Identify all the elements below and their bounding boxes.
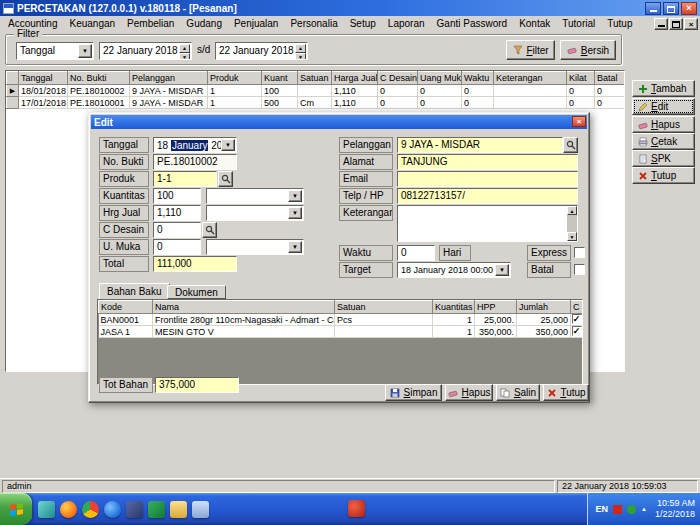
menu-kontak[interactable]: Kontak <box>513 17 556 30</box>
mdi-minimize-button[interactable] <box>654 18 668 30</box>
start-button[interactable] <box>0 493 32 525</box>
spk-button[interactable]: SPK <box>632 150 695 167</box>
internet-explorer-icon[interactable] <box>104 501 121 518</box>
clear-button[interactable]: Bersih <box>560 40 616 60</box>
cell: 25,000. <box>475 314 517 326</box>
chevron-down-icon[interactable]: ▼ <box>221 139 235 151</box>
minimize-icon <box>658 25 665 27</box>
spin-down-icon[interactable]: ▼ <box>295 53 306 60</box>
app-window: PERCETAKAN (127.0.0.1) v.180118 - [Pesan… <box>0 0 700 525</box>
date-to-spinner[interactable]: ▲ ▼ <box>295 44 306 58</box>
language-indicator[interactable]: EN <box>595 504 608 514</box>
tray-chevron-icon[interactable]: ▲ <box>641 506 647 512</box>
notepad-icon[interactable] <box>192 501 209 518</box>
tab-dokumen[interactable]: Dokumen <box>167 285 226 299</box>
keterangan-input[interactable]: ▲ ▼ <box>397 205 578 242</box>
filter-button[interactable]: Filter <box>506 40 555 60</box>
tambah-button[interactable]: Tambah <box>632 80 695 97</box>
hrg-jual-unit-select[interactable]: ▼ <box>206 205 304 221</box>
table-row[interactable]: 17/01/2018 PE.18010001 9 JAYA - MISDAR 1… <box>7 97 625 109</box>
menu-laporan[interactable]: Laporan <box>382 17 431 30</box>
u-muka-unit-select[interactable]: ▼ <box>206 239 304 255</box>
window-title: PERCETAKAN (127.0.0.1) v.180118 - [Pesan… <box>17 3 642 14</box>
date-from-spinner[interactable]: ▲ ▼ <box>179 44 190 58</box>
chevron-down-icon[interactable]: ▼ <box>288 207 302 219</box>
chevron-down-icon[interactable]: ▼ <box>288 190 302 202</box>
firefox-icon[interactable] <box>60 501 77 518</box>
menu-keuangan[interactable]: Keuangan <box>63 17 121 30</box>
tutup-button[interactable]: Tutup <box>632 167 695 184</box>
show-desktop-icon[interactable] <box>38 501 55 518</box>
c-desain-field[interactable]: 0 <box>153 222 201 238</box>
tray-icon[interactable] <box>627 505 636 514</box>
kuantitas-field[interactable]: 100 <box>153 188 201 204</box>
dialog-tutup-button[interactable]: Tutup <box>543 384 589 401</box>
no-bukti-field[interactable]: PE.18010002 <box>153 154 237 170</box>
spin-up-icon[interactable]: ▲ <box>295 44 306 53</box>
c-desain-lookup-button[interactable] <box>202 222 217 238</box>
column-header: HPP <box>475 301 517 314</box>
cell <box>494 97 567 109</box>
chrome-icon[interactable] <box>82 501 99 518</box>
tray-icon[interactable] <box>613 505 622 514</box>
menu-gudang[interactable]: Gudang <box>180 17 228 30</box>
u-muka-field[interactable]: 0 <box>153 239 201 255</box>
menu-pembelian[interactable]: Pembelian <box>121 17 180 30</box>
dialog-close-button[interactable]: × <box>572 116 586 127</box>
menu-tutorial[interactable]: Tutorial <box>556 17 601 30</box>
spin-up-icon[interactable]: ▲ <box>179 44 190 53</box>
simpan-button[interactable]: Simpan <box>385 384 442 401</box>
media-player-icon[interactable] <box>126 501 143 518</box>
chevron-down-icon[interactable]: ▼ <box>495 264 509 276</box>
mdi-restore-button[interactable] <box>669 18 683 30</box>
maximize-button[interactable] <box>663 2 679 15</box>
menu-personalia[interactable]: Personalia <box>284 17 343 30</box>
menu-setup[interactable]: Setup <box>344 17 382 30</box>
folder-icon[interactable] <box>170 501 187 518</box>
date-to-input[interactable]: 22 January 2018 ▲ ▼ <box>215 42 308 60</box>
menu-ganti-password[interactable]: Ganti Password <box>431 17 514 30</box>
minimize-button[interactable] <box>645 2 661 15</box>
taskbar-app-icon[interactable] <box>348 500 365 517</box>
excel-icon[interactable] <box>148 501 165 518</box>
menu-penjualan[interactable]: Penjualan <box>228 17 284 30</box>
filter-field-select[interactable]: Tanggal ▼ <box>16 42 94 60</box>
email-field[interactable] <box>397 171 578 187</box>
batal-checkbox[interactable] <box>574 264 585 275</box>
dialog-hapus-button[interactable]: Hapus <box>445 384 493 401</box>
edit-button[interactable]: Edit <box>632 98 695 115</box>
table-row[interactable]: JASA 1 MESIN GTO V 1 350,000. 350,000 ✓ <box>99 326 583 338</box>
chevron-down-icon[interactable]: ▼ <box>288 241 302 253</box>
tab-bahan-baku[interactable]: Bahan Baku <box>99 283 170 299</box>
menu-tutup[interactable]: Tutup <box>601 17 638 30</box>
telp-field[interactable]: 08122713157/ <box>397 188 578 204</box>
scroll-up-icon[interactable]: ▲ <box>567 206 577 215</box>
hapus-button[interactable]: Hapus <box>632 116 695 133</box>
chevron-down-icon[interactable]: ▼ <box>78 44 92 58</box>
pencil-icon <box>637 101 648 112</box>
produk-lookup-button[interactable] <box>218 171 233 187</box>
pelanggan-lookup-button[interactable] <box>563 137 578 153</box>
spin-down-icon[interactable]: ▼ <box>179 53 190 60</box>
material-checkbox[interactable]: ✓ <box>572 326 582 336</box>
close-button[interactable]: × <box>681 2 697 15</box>
material-checkbox[interactable]: ✓ <box>572 314 582 324</box>
target-input[interactable]: 18 January 2018 00:00 ▼ <box>397 262 511 278</box>
hrg-jual-field[interactable]: 1,110 <box>153 205 201 221</box>
waktu-field[interactable]: 0 <box>397 245 435 261</box>
alamat-field[interactable]: TANJUNG <box>397 154 578 170</box>
cetak-button[interactable]: Cetak <box>632 133 695 150</box>
table-row[interactable]: ▶ 18/01/2018 PE.18010002 9 JAYA - MISDAR… <box>7 85 625 97</box>
mdi-close-button[interactable]: × <box>684 18 698 30</box>
date-from-input[interactable]: 22 January 2018 ▲ ▼ <box>99 42 192 60</box>
salin-button[interactable]: Salin <box>496 384 540 401</box>
table-row[interactable]: BAN0001 Frontlite 280gr 110cm-Nagasaki -… <box>99 314 583 326</box>
scroll-down-icon[interactable]: ▼ <box>567 232 577 241</box>
produk-field[interactable]: 1-1 <box>153 171 217 187</box>
pelanggan-field[interactable]: 9 JAYA - MISDAR <box>397 137 563 153</box>
kuantitas-unit-select[interactable]: ▼ <box>206 188 304 204</box>
scrollbar[interactable]: ▲ ▼ <box>567 206 577 241</box>
tanggal-input[interactable]: 18 January 2018 ▼ <box>153 137 237 153</box>
alamat-label: Alamat <box>339 154 393 170</box>
express-checkbox[interactable] <box>574 247 585 258</box>
